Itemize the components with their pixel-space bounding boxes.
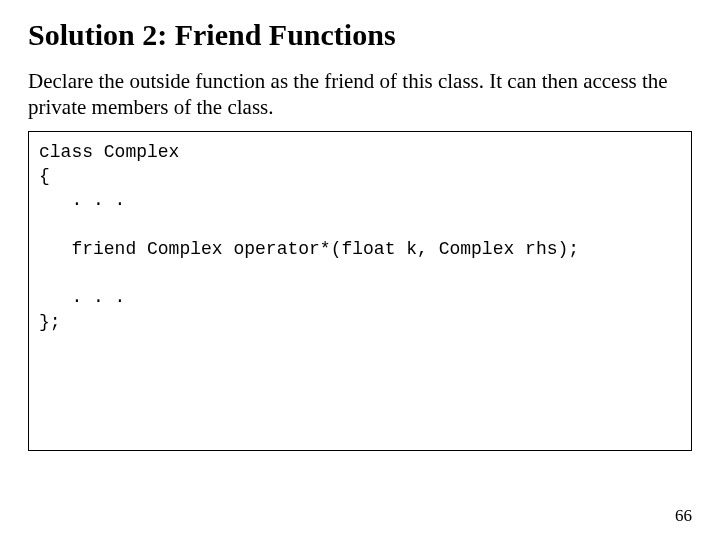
slide-body-text: Declare the outside function as the frie… xyxy=(28,68,692,121)
page-number: 66 xyxy=(675,506,692,526)
slide-title: Solution 2: Friend Functions xyxy=(28,18,692,52)
code-block: class Complex { . . . friend Complex ope… xyxy=(28,131,692,451)
slide: Solution 2: Friend Functions Declare the… xyxy=(0,0,720,540)
